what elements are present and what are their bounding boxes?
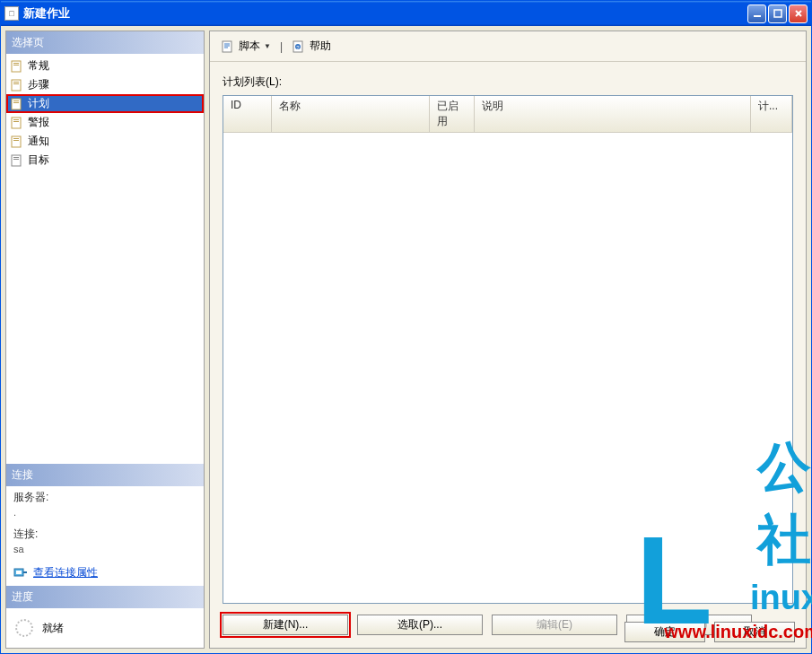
new-job-window: □ 新建作业 选择页 常规 步骤 [0,0,812,654]
chevron-down-icon: ▼ [264,42,271,50]
app-icon: □ [4,6,19,21]
script-button[interactable]: 脚本 ▼ [217,37,275,56]
spinner-icon [15,619,33,637]
svg-rect-10 [13,102,19,103]
minimize-button[interactable] [747,4,766,23]
progress-status: 就绪 [42,621,64,636]
svg-rect-5 [12,80,21,91]
sidebar-item-notifications[interactable]: 通知 [6,132,204,151]
svg-rect-16 [13,140,19,141]
ok-button[interactable]: 确定 [624,622,705,642]
schedule-table: ID 名称 已启用 说明 计... [223,95,793,604]
sidebar-item-general[interactable]: 常规 [6,57,204,75]
svg-rect-12 [13,119,19,120]
schedule-list-label: 计划列表(L): [223,74,793,90]
window-title: 新建作业 [23,5,747,22]
server-label: 服务器: [6,486,204,507]
toolbar-separator: | [278,40,284,53]
toolbar: 脚本 ▼ | ? 帮助 [210,31,806,62]
svg-rect-18 [13,157,19,158]
svg-rect-22 [223,41,231,52]
window-controls [747,4,808,23]
sidebar-item-steps[interactable]: 步骤 [6,75,204,94]
svg-rect-9 [13,100,19,101]
edit-button: 编辑(E) [492,615,617,635]
sidebar-item-targets[interactable]: 目标 [6,151,204,170]
page-icon [10,116,24,130]
sidebar-item-alerts[interactable]: 警报 [6,113,204,132]
sidebar: 选择页 常规 步骤 计划 警报 [5,31,205,649]
column-desc[interactable]: 说明 [475,96,751,132]
view-connection-link[interactable]: 查看连接属性 [33,565,98,580]
page-list: 常规 步骤 计划 警报 通知 [6,54,204,172]
table-header: ID 名称 已启用 说明 计... [223,96,792,133]
connection-label: 连接: [6,523,204,544]
maximize-button[interactable] [768,4,787,23]
svg-rect-17 [12,155,21,166]
close-button[interactable] [789,4,808,23]
svg-rect-7 [13,83,19,84]
column-id[interactable]: ID [223,96,272,132]
server-value: . [6,507,204,523]
window-body: 选择页 常规 步骤 计划 警报 [1,26,811,653]
column-enabled[interactable]: 已启用 [430,96,475,132]
sidebar-item-label: 计划 [28,96,49,111]
sidebar-item-label: 常规 [28,58,49,74]
cancel-button[interactable]: 取消 [714,622,795,642]
svg-rect-11 [12,118,21,128]
new-button[interactable]: 新建(N)... [223,615,348,635]
svg-rect-15 [13,138,19,139]
help-icon: ? [292,39,306,54]
page-icon [10,135,24,149]
progress-row: 就绪 [6,608,204,648]
svg-rect-21 [16,571,22,574]
page-icon [10,153,24,168]
svg-rect-6 [13,82,19,83]
main-panel: 脚本 ▼ | ? 帮助 计划列表(L): ID 名称 已启用 说明 [209,31,807,649]
svg-rect-8 [12,99,21,109]
script-label: 脚本 [239,39,260,54]
sidebar-item-schedule[interactable]: 计划 [6,94,204,113]
svg-rect-0 [754,15,761,17]
page-icon [10,97,24,111]
help-button[interactable]: ? 帮助 [288,37,335,56]
titlebar: □ 新建作业 [1,1,811,26]
help-label: 帮助 [310,39,331,54]
svg-rect-13 [13,121,19,122]
progress-header: 进度 [6,586,204,608]
svg-rect-4 [13,65,19,65]
select-page-header: 选择页 [6,31,204,54]
page-icon [10,59,24,74]
column-name[interactable]: 名称 [272,96,430,132]
pick-button[interactable]: 选取(P)... [357,615,483,635]
sidebar-item-label: 目标 [28,153,49,168]
sidebar-item-label: 步骤 [28,77,49,92]
svg-rect-2 [12,61,21,72]
view-connection-row: 查看连接属性 [6,560,204,586]
page-icon [10,78,24,92]
connection-icon [13,566,28,580]
connection-value: sa [6,544,204,560]
sidebar-item-label: 通知 [28,134,49,149]
svg-rect-3 [13,63,19,64]
svg-rect-14 [12,136,21,147]
sidebar-item-label: 警报 [28,115,49,130]
svg-rect-19 [13,159,19,160]
script-icon [221,39,235,54]
footer-buttons: 确定 取消 [624,622,795,642]
table-body[interactable] [223,133,792,603]
connection-header: 连接 [6,464,204,486]
svg-rect-1 [774,10,781,17]
content-area: 计划列表(L): ID 名称 已启用 说明 计... 新建(N)... 选取(P… [210,62,806,648]
column-last[interactable]: 计... [751,96,792,132]
